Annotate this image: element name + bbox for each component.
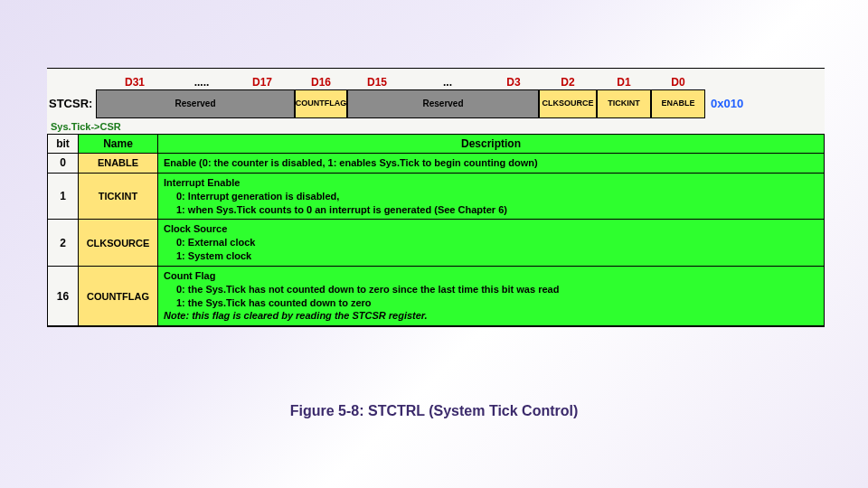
field-enable: ENABLE <box>651 89 705 118</box>
desc-note: Note: this flag is cleared by reading th… <box>164 310 428 321</box>
table-row: 0 ENABLE Enable (0: the counter is disab… <box>48 154 825 174</box>
name-cell: ENABLE <box>79 154 158 174</box>
bit-label-dots2: ... <box>407 76 488 89</box>
desc-line: 1: System clock <box>164 249 818 263</box>
table-row: 2 CLKSOURCE Clock Source 0: External clo… <box>48 220 825 267</box>
bit-label-d17: D17 <box>230 76 295 89</box>
desc-title: Clock Source <box>164 223 227 234</box>
desc-cell: Clock Source 0: External clock 1: System… <box>158 220 825 267</box>
bit-label-d3: D3 <box>488 76 539 89</box>
field-reserved-lo: Reserved <box>347 89 539 118</box>
bit-label-d16: D16 <box>295 76 347 89</box>
bit-label-d15: D15 <box>347 76 407 89</box>
th-desc: Description <box>158 135 825 154</box>
bit-cell: 2 <box>48 220 79 267</box>
th-name: Name <box>79 135 158 154</box>
field-countflag: COUNTFLAG <box>295 89 347 118</box>
register-name: STCSR: <box>47 97 96 110</box>
desc-line: 1: the Sys.Tick has counted down to zero <box>164 296 818 310</box>
register-address: 0x010 <box>705 97 743 110</box>
bit-label-d0: D0 <box>651 76 705 89</box>
desc-line: 0: the Sys.Tick has not counted down to … <box>164 283 818 296</box>
desc-cell: Count Flag 0: the Sys.Tick has not count… <box>158 266 825 325</box>
figure-caption: Figure 5-8: STCTRL (System Tick Control) <box>0 403 868 419</box>
name-cell: COUNTFLAG <box>79 266 158 325</box>
name-cell: TICKINT <box>79 173 158 220</box>
bit-label-d2: D2 <box>539 76 597 89</box>
bitfield-table: bit Name Description 0 ENABLE Enable (0:… <box>47 134 825 326</box>
field-reserved-hi: Reserved <box>96 89 295 118</box>
bit-cell: 0 <box>48 154 79 174</box>
bit-label-d1: D1 <box>597 76 651 89</box>
name-cell: CLKSOURCE <box>79 220 158 267</box>
field-tickint: TICKINT <box>597 89 651 118</box>
bit-label-d31: D31 <box>96 76 174 89</box>
desc-cell: Interrupt Enable 0: Interrupt generation… <box>158 173 825 220</box>
csr-label: Sys.Tick->CSR <box>47 117 825 134</box>
table-row: 16 COUNTFLAG Count Flag 0: the Sys.Tick … <box>48 266 825 325</box>
register-strip-row: STCSR: Reserved COUNTFLAG Reserved CLKSO… <box>47 89 825 117</box>
bit-number-row: D31 ..... D17 D16 D15 ... D3 D2 D1 D0 <box>47 69 825 89</box>
register-strip: Reserved COUNTFLAG Reserved CLKSOURCE TI… <box>96 89 705 118</box>
table-row: 1 TICKINT Interrupt Enable 0: Interrupt … <box>48 173 825 220</box>
desc-line: 0: Interrupt generation is disabled, <box>164 190 818 203</box>
bit-cell: 16 <box>48 266 79 325</box>
desc-line: 1: when Sys.Tick counts to 0 an interrup… <box>164 203 818 217</box>
table-header-row: bit Name Description <box>48 135 825 154</box>
desc-line: 0: External clock <box>164 236 818 249</box>
th-bit: bit <box>48 135 79 154</box>
register-panel: D31 ..... D17 D16 D15 ... D3 D2 D1 D0 ST… <box>47 68 825 327</box>
desc-cell: Enable (0: the counter is disabled, 1: e… <box>158 154 825 174</box>
desc-title: Count Flag <box>164 270 215 281</box>
desc-title: Interrupt Enable <box>164 177 240 188</box>
bit-label-dots: ..... <box>174 76 230 89</box>
field-clksource: CLKSOURCE <box>539 89 597 118</box>
bit-cell: 1 <box>48 173 79 220</box>
